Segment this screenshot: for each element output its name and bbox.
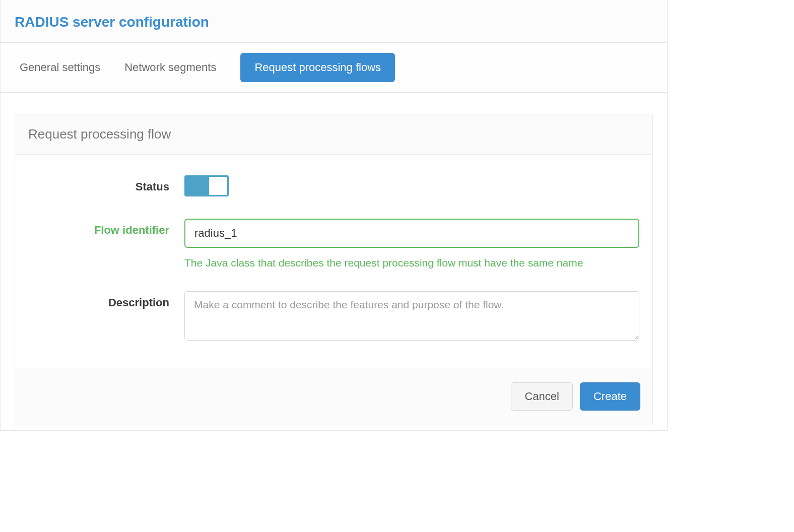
description-label: Description: [28, 291, 184, 309]
tab-network-segments[interactable]: Network segments: [124, 57, 216, 78]
page-container: RADIUS server configuration General sett…: [0, 0, 668, 431]
panel-footer: Cancel Create: [15, 368, 652, 425]
panel-request-processing-flow: Request processing flow Status Flow iden…: [15, 114, 653, 425]
flow-identifier-control-wrap: The Java class that describes the reques…: [184, 219, 639, 269]
flow-identifier-input[interactable]: [184, 219, 639, 248]
cancel-button[interactable]: Cancel: [511, 382, 572, 411]
tab-general-settings[interactable]: General settings: [20, 57, 100, 78]
description-control-wrap: [184, 291, 639, 343]
status-control-wrap: [184, 175, 639, 196]
panel-body: Status Flow identifier The Java class th…: [15, 155, 652, 368]
create-button[interactable]: Create: [580, 382, 640, 411]
flow-identifier-help: The Java class that describes the reques…: [184, 257, 639, 269]
flow-identifier-label: Flow identifier: [28, 219, 184, 237]
content-area: Request processing flow Status Flow iden…: [1, 93, 667, 430]
form-row-flow-identifier: Flow identifier The Java class that desc…: [28, 219, 639, 269]
page-title: RADIUS server configuration: [15, 14, 653, 30]
panel-title: Request processing flow: [15, 114, 652, 155]
tab-request-processing-flows[interactable]: Request processing flows: [240, 53, 395, 82]
status-label: Status: [28, 175, 184, 193]
form-row-description: Description: [28, 291, 639, 343]
description-textarea[interactable]: [184, 291, 639, 341]
form-row-status: Status: [28, 175, 639, 196]
page-header: RADIUS server configuration: [1, 0, 667, 43]
status-toggle[interactable]: [184, 175, 229, 196]
tabs-bar: General settings Network segments Reques…: [1, 43, 667, 93]
toggle-knob: [209, 177, 227, 195]
